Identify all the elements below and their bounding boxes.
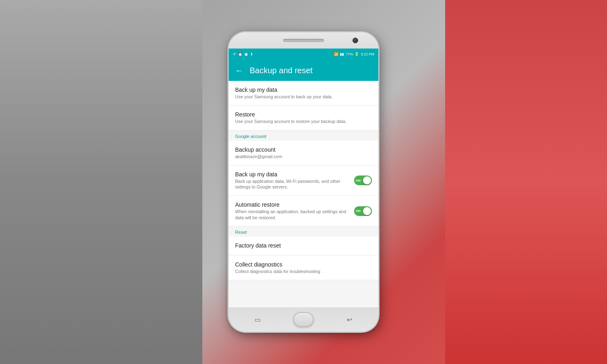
list-item[interactable]: Factory data reset [229,237,378,256]
phone-shell: ↺ ⏰ ▣ ⬇ 📶 ▮▮ 77% 🔋 3:22 PM ← [229,32,378,332]
item-content-backup-google: Back up my data Back up application data… [235,171,350,190]
toggle-knob [363,176,371,184]
status-bar: ↺ ⏰ ▣ ⬇ 📶 ▮▮ 77% 🔋 3:22 PM [229,49,378,60]
action-bar: ← Backup and reset [229,60,378,81]
list-item[interactable]: Backup account akattkisson@gmail.com [229,141,378,165]
screenshot-icon: ▣ [244,52,248,56]
item-title: Back up my data [235,87,372,93]
time-display: 3:22 PM [361,52,374,56]
item-content-auto-restore: Automatic restore When reinstalling an a… [235,201,350,220]
status-icons-left: ↺ ⏰ ▣ ⬇ [233,52,253,56]
camera-dot [352,38,358,43]
item-content-restore: Restore Use your Samsung account to rest… [235,111,372,124]
item-desc: akattkisson@gmail.com [235,154,372,159]
item-title: Restore [235,111,372,118]
speaker-grille [283,39,324,42]
list-item[interactable]: Back up my data Back up application data… [229,165,378,196]
item-desc: Back up application data, Wi-Fi password… [235,178,350,190]
toggle-knob [363,207,371,215]
recent-apps-icon: ▭ [255,316,261,324]
item-title: Back up my data [235,171,350,178]
status-icons-right: 📶 ▮▮ 77% 🔋 3:22 PM [334,52,374,56]
phone-screen: ↺ ⏰ ▣ ⬇ 📶 ▮▮ 77% 🔋 3:22 PM ← [229,49,378,307]
section-header-google: Google account [229,131,378,141]
phone-wrapper: ↺ ⏰ ▣ ⬇ 📶 ▮▮ 77% 🔋 3:22 PM ← [219,16,388,348]
recent-apps-button[interactable]: ▭ [252,313,264,326]
item-desc: Use your Samsung account to back up your… [235,94,372,99]
section-header-reset: Reset [229,226,378,237]
toggle-label: ON [356,209,361,213]
item-desc: When reinstalling an application, backed… [235,209,350,220]
settings-list: Back up my data Use your Samsung account… [229,81,378,307]
battery-percentage: 77% [346,52,353,56]
item-desc: Use your Samsung account to restore your… [235,119,372,124]
item-desc: Collect diagnostics data for troubleshoo… [235,269,372,274]
list-item[interactable]: Collect diagnostics Collect diagnostics … [229,256,378,280]
phone-top [229,32,378,49]
item-title: Factory data reset [235,242,372,249]
notification-icon: ⬇ [250,52,253,56]
back-button[interactable]: ← [235,66,243,75]
list-item[interactable]: Automatic restore When reinstalling an a… [229,196,378,226]
wifi-status-icon: ↺ [233,52,236,56]
scene: ↺ ⏰ ▣ ⬇ 📶 ▮▮ 77% 🔋 3:22 PM ← [0,0,607,364]
toggle-label: ON [356,179,361,182]
auto-restore-toggle[interactable]: ON [354,206,372,216]
list-item[interactable]: Restore Use your Samsung account to rest… [229,106,378,130]
phone-bottom-nav: ▭ ↩ [229,307,378,332]
item-content-factory-reset: Factory data reset [235,242,372,250]
battery-icon: 🔋 [354,52,359,56]
backup-data-toggle[interactable]: ON [354,176,372,185]
home-button[interactable] [293,312,314,327]
back-nav-icon: ↩ [347,316,352,324]
wifi-icon: 📶 [334,52,338,56]
item-content-backup-account: Backup account akattkisson@gmail.com [235,146,372,159]
item-title: Automatic restore [235,201,350,208]
signal-icon: ▮▮ [340,52,344,56]
alarm-icon: ⏰ [238,52,242,56]
item-title: Backup account [235,146,372,153]
back-nav-button[interactable]: ↩ [343,313,355,326]
item-title: Collect diagnostics [235,261,372,268]
item-content-back-up-my-data-samsung: Back up my data Use your Samsung account… [235,87,372,99]
item-content-collect-diagnostics: Collect diagnostics Collect diagnostics … [235,261,372,274]
list-item[interactable]: Back up my data Use your Samsung account… [229,81,378,106]
page-title: Backup and reset [250,66,313,75]
